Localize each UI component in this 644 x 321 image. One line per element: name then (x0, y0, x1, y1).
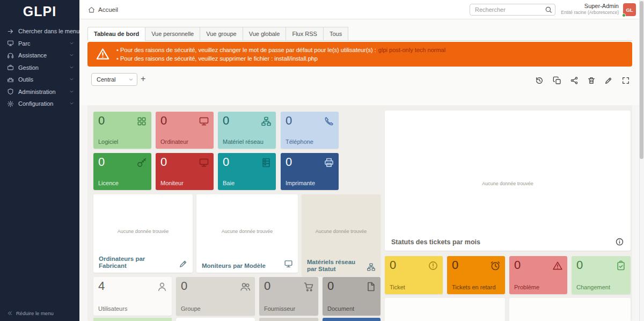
add-dashboard-button[interactable]: + (141, 75, 145, 83)
avatar[interactable]: GL (623, 3, 636, 16)
monitor-icon (284, 259, 293, 268)
chevron-down-icon (69, 100, 75, 106)
clock-icon (490, 260, 501, 271)
stat-label: Ticket (390, 284, 405, 290)
clipboard-check-icon (616, 260, 626, 271)
sidebar-item-assistance[interactable]: Assistance (0, 49, 79, 62)
user-icon (157, 281, 167, 292)
search-input[interactable] (470, 4, 555, 16)
printer-icon (324, 157, 334, 168)
dashboard-select[interactable]: Central (91, 73, 137, 86)
fullscreen-icon[interactable] (621, 76, 630, 85)
stat-value: 0 (160, 155, 167, 169)
stat-label: Tickets en retard (452, 284, 496, 290)
tools-icon (7, 76, 14, 83)
sidebar-item-label: Parc (18, 40, 31, 47)
stat-label: Baie (223, 180, 235, 186)
sidebar-item-label: Administration (18, 89, 56, 95)
stat-card-fournisseur[interactable]: 0 Fournisseur (259, 277, 318, 316)
sidebar-item-label: Assistance (18, 52, 47, 59)
stat-card-logiciel[interactable]: 0 Logiciel (93, 112, 151, 149)
sidebar-item-outils[interactable]: Outils (0, 74, 79, 86)
network-icon (367, 262, 376, 272)
stat-value: 0 (181, 279, 187, 293)
breadcrumb[interactable]: Accueil (88, 0, 118, 19)
chart-title: Matériels réseau par Statut (307, 259, 362, 273)
info-icon[interactable] (615, 237, 624, 246)
scrollbar-thumb[interactable] (640, 1, 643, 159)
alert-circle-icon (428, 260, 438, 271)
delete-dashboard-icon[interactable] (587, 76, 596, 85)
key-icon (136, 157, 147, 168)
chevron-down-icon (69, 89, 75, 94)
network-icon (261, 116, 272, 127)
chart-card-materiels-reseau-par-statut[interactable]: Aucune donnée trouvée Matériels réseau p… (302, 194, 380, 276)
sidebar-item-gestion[interactable]: Gestion (0, 62, 79, 74)
alert-line-2-text: Pour des raisons de sécurité, veuillez s… (120, 55, 318, 62)
edit-icon[interactable] (179, 259, 188, 268)
warning-triangle-icon (552, 260, 563, 271)
history-icon[interactable] (535, 76, 544, 85)
stat-label: Groupe (181, 305, 201, 312)
computer-icon (199, 116, 209, 127)
tab-vue-groupe[interactable]: Vue groupe (200, 27, 242, 41)
stat-value: 0 (514, 258, 521, 272)
stat-label: Licence (98, 180, 119, 186)
sidebar: GLPI Chercher dans le menu Parc Assistan… (0, 0, 79, 321)
tab-flux-rss[interactable]: Flux RSS (286, 27, 323, 41)
stat-card-ticket[interactable]: 0 Ticket (385, 256, 443, 294)
stat-card-document[interactable]: 0 Document (323, 277, 380, 316)
stat-card-ordinateur[interactable]: 0 Ordinateur (156, 112, 214, 149)
sidebar-search-menu[interactable]: Chercher dans le menu (0, 25, 79, 38)
stat-card-licence[interactable]: 0 Licence (93, 153, 151, 190)
security-alert-banner: Pour des raisons de sécurité, veuillez c… (87, 42, 632, 67)
stat-value: 0 (390, 258, 396, 272)
stat-card-moniteur[interactable]: 0 Moniteur (156, 153, 214, 190)
software-icon (136, 116, 147, 127)
user-menu[interactable]: Super-Admin Entité racine (Arborescence) (561, 3, 619, 15)
alert-messages: Pour des raisons de sécurité, veuillez c… (116, 46, 627, 63)
chart-card-statuts-tickets[interactable]: Aucune donnée trouvée Statuts des ticket… (385, 111, 631, 251)
search-icon[interactable] (545, 6, 552, 13)
stat-label: Matériel réseau (223, 138, 264, 145)
glpi-app: GLPI Chercher dans le menu Parc Assistan… (0, 0, 644, 321)
chart-card-ordinateurs-par-fabricant[interactable]: Aucune donnée trouvée Ordinateurs par Fa… (93, 194, 193, 273)
clone-icon[interactable] (553, 76, 561, 85)
sidebar-item-label: Gestion (18, 64, 39, 71)
tab-vue-personnelle[interactable]: Vue personnelle (145, 27, 200, 41)
sidebar-item-configuration[interactable]: Configuration (0, 98, 79, 110)
tab-vue-globale[interactable]: Vue globale (243, 27, 286, 41)
stat-card-telephone[interactable]: 0 Téléphone (281, 112, 339, 149)
stat-card-imprimante[interactable]: 0 Imprimante (281, 153, 339, 190)
stat-card-probleme[interactable]: 0 Problème (509, 256, 567, 294)
configuration-icon (7, 100, 14, 107)
empty-data-text: Aucune donnée trouvée (196, 229, 298, 234)
tab-tous[interactable]: Tous (323, 27, 348, 41)
file-icon (365, 281, 376, 292)
chevron-down-icon (128, 76, 134, 83)
rack-icon (261, 157, 272, 168)
stat-label: Problème (514, 284, 539, 290)
stat-card-baie[interactable]: 0 Baie (218, 153, 276, 190)
partial-card (323, 318, 380, 321)
tab-tableau-de-bord[interactable]: Tableau de bord (87, 27, 145, 41)
partial-card (176, 318, 255, 321)
empty-data-text: Aucune donnée trouvée (93, 229, 193, 234)
stat-label: Ordinateur (160, 138, 188, 145)
stat-card-tickets-en-retard[interactable]: 0 Tickets en retard (447, 256, 505, 294)
sidebar-item-administration[interactable]: Administration (0, 86, 79, 98)
alert-users-link[interactable]: glpi post-only tech normal (378, 47, 445, 53)
share-icon[interactable] (570, 76, 579, 85)
stat-card-utilisateurs[interactable]: 4 Utilisateurs (93, 277, 172, 316)
collapse-menu-button[interactable]: Réduire le menu (7, 310, 54, 316)
sidebar-item-parc[interactable]: Parc (0, 38, 79, 50)
chevron-down-icon (69, 52, 75, 58)
stat-card-changement[interactable]: 0 Changement (572, 256, 631, 294)
administration-icon (7, 88, 14, 95)
glpi-logo[interactable]: GLPI (0, 4, 79, 19)
edit-dashboard-icon[interactable] (604, 76, 613, 85)
stat-value: 4 (98, 279, 105, 293)
chart-card-moniteurs-par-modele[interactable]: Aucune donnée trouvée Moniteurs par Modè… (196, 194, 298, 273)
stat-card-materiel-reseau[interactable]: 0 Matériel réseau (218, 112, 276, 149)
stat-card-groupe[interactable]: 0 Groupe (176, 277, 255, 316)
